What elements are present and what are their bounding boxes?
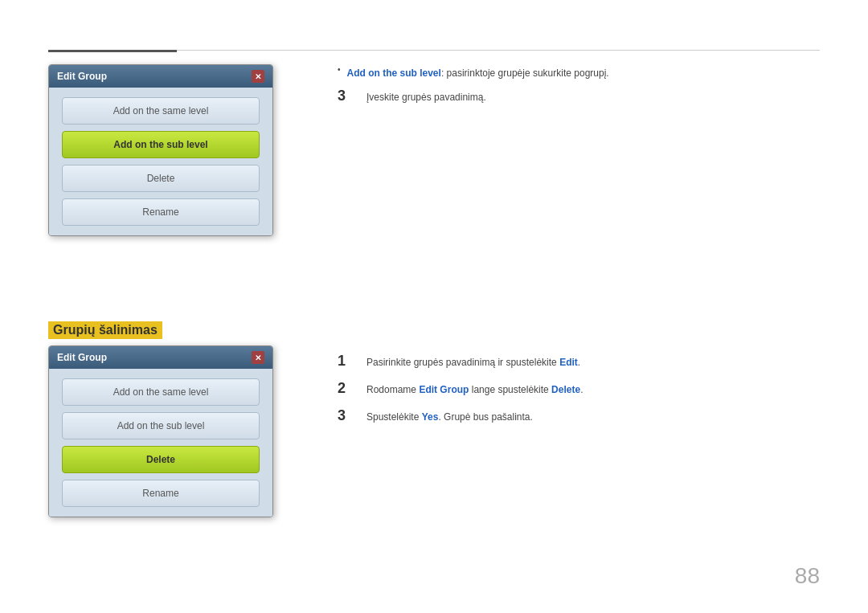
dialog-window-bottom: Edit Group ✕ Add on the same level Add o… [48, 345, 273, 517]
link-add-sub-level: Add on the sub level [347, 67, 441, 79]
btn-rename-bottom[interactable]: Rename [62, 480, 260, 507]
section-heading: Grupių šalinimas [48, 321, 162, 339]
step-3-text-after: . Grupė bus pašalinta. [438, 411, 532, 423]
page-number: 88 [795, 563, 820, 589]
step-1-text: Pasirinkite grupės pavadinimą ir spustel… [366, 353, 580, 370]
step-3-bottom-number: 3 [338, 408, 354, 423]
btn-add-same-level-bottom[interactable]: Add on the same level [62, 378, 260, 406]
right-content-top: • Add on the sub level: pasirinktoje gru… [338, 64, 820, 116]
btn-rename-top[interactable]: Rename [62, 198, 260, 226]
step-2-bottom: 2 Rodomame Edit Group lange spustelėkite… [338, 381, 820, 397]
bullet-suffix: : pasirinktoje grupėje sukurkite pogrupį… [441, 67, 609, 79]
dialog-close-button-bottom[interactable]: ✕ [252, 351, 264, 364]
step-2-text-before: Rodomame [366, 384, 419, 395]
link-edit-group: Edit Group [419, 384, 469, 395]
link-edit: Edit [559, 357, 578, 368]
edit-group-dialog-bottom: Edit Group ✕ Add on the same level Add o… [48, 345, 273, 517]
dialog-close-button-top[interactable]: ✕ [252, 70, 264, 83]
link-delete: Delete [551, 384, 580, 395]
dialog-body-bottom: Add on the same level Add on the sub lev… [49, 369, 272, 517]
dialog-titlebar-bottom: Edit Group ✕ [49, 346, 272, 369]
bullet-item-add-sub: • Add on the sub level: pasirinktoje gru… [338, 64, 820, 80]
right-content-bottom: 1 Pasirinkite grupės pavadinimą ir spust… [338, 353, 820, 435]
step-3-top: 3 Įveskite grupės pavadinimą. [338, 88, 820, 104]
step-3-bottom-text: Spustelėkite Yes. Grupė bus pašalinta. [366, 408, 533, 424]
btn-add-sub-level-bottom[interactable]: Add on the sub level [62, 412, 260, 439]
dialog-title-bottom: Edit Group [57, 352, 107, 363]
step-2-text: Rodomame Edit Group lange spustelėkite D… [366, 381, 583, 397]
btn-delete-bottom[interactable]: Delete [62, 446, 260, 473]
step-3-text: Įveskite grupės pavadinimą. [366, 88, 486, 104]
step-1-text-after: . [578, 357, 580, 368]
step-2-text-after: . [580, 384, 583, 395]
step-3-number: 3 [338, 88, 354, 103]
dialog-body-top: Add on the same level Add on the sub lev… [49, 88, 272, 235]
bullet-text: Add on the sub level: pasirinktoje grupė… [347, 64, 609, 80]
btn-delete-top[interactable]: Delete [62, 165, 260, 192]
step-2-text-middle: lange spustelėkite [469, 384, 551, 395]
dialog-window-top: Edit Group ✕ Add on the same level Add o… [48, 64, 273, 236]
step-1-bottom: 1 Pasirinkite grupės pavadinimą ir spust… [338, 353, 820, 370]
bullet-dot: • [338, 65, 341, 74]
step-3-bottom: 3 Spustelėkite Yes. Grupė bus pašalinta. [338, 408, 820, 424]
link-yes: Yes [422, 411, 439, 423]
step-2-number: 2 [338, 381, 354, 395]
dialog-titlebar-top: Edit Group ✕ [49, 65, 272, 88]
btn-add-sub-level-top[interactable]: Add on the sub level [62, 131, 260, 158]
step-1-text-before: Pasirinkite grupės pavadinimą ir spustel… [366, 357, 559, 368]
step-3-text-before: Spustelėkite [366, 411, 422, 423]
btn-add-same-level-top[interactable]: Add on the same level [62, 97, 260, 125]
dialog-title-top: Edit Group [57, 71, 107, 82]
section-heading-text: Grupių šalinimas [48, 321, 162, 339]
horizontal-rule-accent [48, 50, 177, 52]
step-1-number: 1 [338, 353, 354, 368]
edit-group-dialog-top: Edit Group ✕ Add on the same level Add o… [48, 64, 273, 236]
